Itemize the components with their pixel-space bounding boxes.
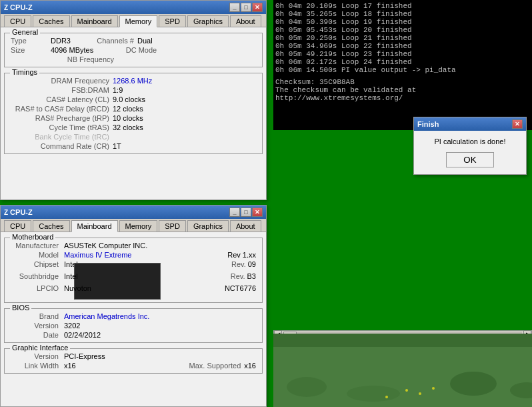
nb-freq-row: NB Frequency bbox=[7, 55, 259, 64]
mainboard-minimize-btn[interactable]: _ bbox=[229, 208, 240, 217]
bottom-background bbox=[273, 334, 532, 407]
memory-minimize-btn[interactable]: _ bbox=[229, 3, 240, 12]
southbridge-label: Southbridge bbox=[11, 272, 64, 280]
tab-spd[interactable]: SPD bbox=[159, 15, 186, 27]
chipset-label: Chipset bbox=[11, 260, 64, 268]
trc-label: Bank Cycle Time (tRC) bbox=[13, 133, 113, 141]
mb-tab-mainboard[interactable]: Mainboard bbox=[71, 220, 118, 232]
tab-memory[interactable]: Memory bbox=[119, 15, 158, 27]
pci-version-label: Version bbox=[11, 352, 64, 360]
tab-about[interactable]: About bbox=[230, 15, 261, 27]
cas-row: CAS# Latency (CL) 9.0 clocks bbox=[7, 95, 259, 104]
dram-freq-row: DRAM Frequency 1268.6 MHz bbox=[7, 76, 259, 85]
southbridge-row: Southbridge Intel Rev. B3 bbox=[7, 272, 259, 281]
cpuz-memory-window: Z CPU-Z _ □ ✕ CPU Caches Mainboard Memor… bbox=[0, 0, 267, 200]
lpcio-row: LPCIO Nuvoton NCT6776 bbox=[7, 284, 259, 293]
terminal-line-8: 0h 06m 02.172s Loop 24 finished bbox=[275, 58, 530, 66]
chipset-area: Chipset Intel Rev. 09 Southbridge Intel … bbox=[7, 260, 259, 300]
mainboard-window-titlebar[interactable]: Z CPU-Z _ □ ✕ bbox=[1, 206, 266, 219]
model-label: Model bbox=[11, 251, 64, 259]
svg-point-2 bbox=[287, 377, 327, 397]
terminal-line-6: 0h 05m 34.969s Loop 22 finished bbox=[275, 42, 530, 50]
link-width-row: Link Width x16 Max. Supported x16 bbox=[7, 361, 259, 370]
url-line: http://www.xtremesystems.org/ bbox=[275, 94, 530, 102]
size-label: Size bbox=[11, 46, 51, 54]
mb-tab-graphics[interactable]: Graphics bbox=[187, 220, 229, 232]
mb-tab-cpu[interactable]: CPU bbox=[4, 220, 31, 232]
tab-caches[interactable]: Caches bbox=[33, 15, 69, 27]
memory-window-titlebar[interactable]: Z CPU-Z _ □ ✕ bbox=[1, 1, 266, 14]
memory-close-btn[interactable]: ✕ bbox=[252, 3, 263, 12]
rcd-value: 12 clocks bbox=[113, 105, 143, 113]
motherboard-section: Motherboard Manufacturer ASUSTeK Compute… bbox=[4, 238, 263, 303]
mainboard-maximize-btn[interactable]: □ bbox=[241, 208, 251, 217]
link-width-label: Link Width bbox=[11, 362, 64, 370]
cr-label: Command Rate (CR) bbox=[13, 142, 113, 150]
cas-label: CAS# Latency (CL) bbox=[13, 95, 113, 103]
mainboard-close-btn[interactable]: ✕ bbox=[252, 208, 263, 217]
memory-maximize-btn[interactable]: □ bbox=[241, 3, 251, 12]
bios-label: BIOS bbox=[10, 304, 31, 312]
lpcio-value: Nuvoton bbox=[64, 284, 198, 292]
tras-value: 32 clocks bbox=[113, 123, 143, 131]
finish-ok-button[interactable]: OK bbox=[446, 152, 493, 167]
svg-point-4 bbox=[450, 372, 497, 396]
fsb-label: FSB:DRAM bbox=[13, 86, 113, 94]
link-width-value: x16 bbox=[64, 362, 183, 370]
general-label: General bbox=[10, 28, 40, 36]
mainboard-window-title: CPU-Z bbox=[10, 208, 33, 216]
southbridge-rev-label: Rev. bbox=[231, 272, 245, 280]
terminal-line-1: 0h 04m 20.109s Loop 17 finished bbox=[275, 2, 530, 10]
tras-label: Cycle Time (tRAS) bbox=[13, 123, 113, 131]
terminal-line-5: 0h 05m 20.250s Loop 21 finished bbox=[275, 34, 530, 42]
motherboard-label: Motherboard bbox=[10, 233, 55, 241]
terminal-window: 0h 04m 20.109s Loop 17 finished 0h 04m 3… bbox=[273, 0, 532, 130]
lpcio-label: LPCIO bbox=[11, 284, 64, 292]
dc-mode-label: DC Mode bbox=[93, 46, 160, 54]
tab-graphics[interactable]: Graphics bbox=[187, 15, 229, 27]
graphic-section: Graphic Interface Version PCI-Express Li… bbox=[4, 348, 263, 374]
mb-tab-caches[interactable]: Caches bbox=[33, 220, 69, 232]
lpcio-model: NCT6776 bbox=[225, 284, 256, 292]
svg-point-8 bbox=[432, 387, 435, 390]
dc-mode-value bbox=[160, 46, 200, 54]
finish-titlebar[interactable]: Finish ✕ bbox=[414, 117, 526, 131]
svg-point-3 bbox=[347, 386, 400, 402]
finish-title: Finish bbox=[417, 120, 439, 128]
timings-section: Timings DRAM Frequency 1268.6 MHz FSB:DR… bbox=[4, 73, 263, 154]
general-section: General Type DDR3 Channels # Dual Size 4… bbox=[4, 33, 263, 67]
graphic-label: Graphic Interface bbox=[10, 344, 70, 352]
pci-version-row: Version PCI-Express bbox=[7, 352, 259, 361]
mb-tab-spd[interactable]: SPD bbox=[159, 220, 186, 232]
trc-row: Bank Cycle Time (tRC) bbox=[7, 132, 259, 141]
svg-rect-1 bbox=[273, 347, 532, 407]
timings-label: Timings bbox=[10, 68, 39, 76]
trp-label: RAS# Precharge (tRP) bbox=[13, 114, 113, 122]
southbridge-value: Intel bbox=[64, 272, 224, 280]
trp-row: RAS# Precharge (tRP) 10 clocks bbox=[7, 113, 259, 123]
cpuz-mainboard-window: Z CPU-Z _ □ ✕ CPU Caches Mainboard Memor… bbox=[0, 205, 267, 407]
mb-tab-memory[interactable]: Memory bbox=[119, 220, 158, 232]
tab-mainboard[interactable]: Mainboard bbox=[71, 15, 118, 27]
redacted-image bbox=[74, 263, 161, 300]
memory-window-controls: _ □ ✕ bbox=[229, 3, 263, 12]
mb-tab-about[interactable]: About bbox=[230, 220, 261, 232]
type-value: DDR3 bbox=[51, 37, 71, 45]
model-value: Maximus IV Extreme bbox=[64, 251, 225, 259]
finish-close-btn[interactable]: ✕ bbox=[512, 119, 523, 129]
memory-window-title: CPU-Z bbox=[10, 3, 33, 11]
manufacturer-label: Manufacturer bbox=[11, 242, 64, 250]
finish-body: PI calculation is done! OK bbox=[414, 131, 526, 174]
cr-row: Command Rate (CR) 1T bbox=[7, 141, 259, 151]
model-rev: Rev 1.xx bbox=[227, 251, 256, 259]
rcd-label: RAS# to CAS# Delay (tRCD) bbox=[13, 105, 113, 113]
mainboard-tab-bar: CPU Caches Mainboard Memory SPD Graphics… bbox=[1, 219, 266, 232]
size-value: 4096 MBytes bbox=[51, 46, 93, 54]
bios-date-row: Date 02/24/2012 bbox=[7, 330, 259, 340]
nb-freq-label: NB Frequency bbox=[51, 55, 117, 63]
dram-freq-value: 1268.6 MHz bbox=[113, 77, 152, 85]
size-row: Size 4096 MBytes DC Mode bbox=[7, 45, 259, 55]
cas-value: 9.0 clocks bbox=[113, 95, 145, 103]
channels-label: Channels # bbox=[71, 37, 137, 45]
tab-cpu[interactable]: CPU bbox=[4, 15, 31, 27]
